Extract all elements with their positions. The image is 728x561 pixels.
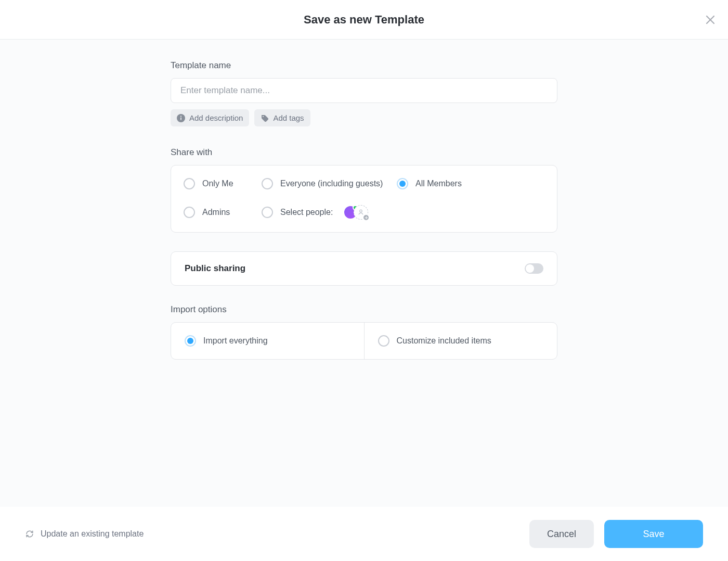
- share-option-label: Select people:: [280, 208, 333, 217]
- cancel-button[interactable]: Cancel: [529, 520, 594, 548]
- radio-icon: [262, 178, 273, 189]
- add-tags-button[interactable]: Add tags: [254, 109, 310, 126]
- share-option-all-members[interactable]: All Members: [397, 178, 544, 189]
- import-options-card: Import everything Customize included ite…: [171, 322, 557, 360]
- share-option-label: Admins: [202, 208, 230, 217]
- template-name-label: Template name: [171, 60, 557, 71]
- toggle-knob-icon: [526, 264, 534, 273]
- modal-header: Save as new Template: [0, 0, 728, 40]
- modal-title: Save as new Template: [304, 13, 424, 27]
- radio-icon: [184, 207, 195, 218]
- add-description-label: Add description: [189, 113, 243, 122]
- import-options-label: Import options: [171, 304, 557, 315]
- update-existing-template-button[interactable]: Update an existing template: [25, 529, 144, 539]
- share-option-everyone[interactable]: Everyone (including guests): [262, 178, 397, 189]
- share-option-admins[interactable]: Admins: [184, 207, 262, 218]
- update-existing-label: Update an existing template: [41, 529, 144, 539]
- modal-body: Template name Add description Add tags S…: [0, 40, 728, 507]
- close-button[interactable]: [703, 12, 718, 27]
- radio-icon: [397, 178, 408, 189]
- radio-icon: [185, 335, 196, 347]
- save-button[interactable]: Save: [604, 520, 703, 548]
- import-option-label: Customize included items: [397, 336, 491, 346]
- radio-icon: [262, 207, 273, 218]
- svg-point-4: [180, 116, 181, 117]
- add-tags-label: Add tags: [273, 113, 304, 122]
- share-with-card: Only Me Everyone (including guests) All …: [171, 165, 557, 233]
- public-sharing-toggle[interactable]: [525, 263, 543, 274]
- close-icon: [704, 14, 717, 26]
- share-option-label: Everyone (including guests): [280, 179, 383, 188]
- share-option-label: Only Me: [202, 179, 233, 188]
- public-sharing-label: Public sharing: [185, 263, 245, 274]
- people-picker[interactable]: +: [343, 205, 368, 220]
- add-person-slot[interactable]: +: [354, 205, 368, 220]
- import-option-label: Import everything: [203, 336, 268, 346]
- modal-footer: Update an existing template Cancel Save: [0, 507, 728, 561]
- refresh-icon: [25, 529, 34, 539]
- share-option-label: All Members: [415, 179, 462, 188]
- radio-icon: [184, 178, 195, 189]
- add-description-button[interactable]: Add description: [171, 109, 249, 126]
- svg-rect-3: [180, 117, 181, 120]
- share-option-select-people[interactable]: Select people: +: [262, 205, 544, 220]
- plus-icon: +: [362, 214, 370, 221]
- public-sharing-card: Public sharing: [171, 251, 557, 286]
- svg-point-6: [360, 210, 362, 212]
- share-with-label: Share with: [171, 147, 557, 158]
- share-option-only-me[interactable]: Only Me: [184, 178, 262, 189]
- radio-icon: [378, 335, 389, 347]
- import-option-customize[interactable]: Customize included items: [364, 323, 557, 359]
- tag-icon: [261, 114, 269, 122]
- info-icon: [177, 114, 185, 122]
- template-name-input[interactable]: [171, 78, 557, 103]
- import-option-everything[interactable]: Import everything: [171, 323, 364, 359]
- svg-point-5: [263, 116, 264, 117]
